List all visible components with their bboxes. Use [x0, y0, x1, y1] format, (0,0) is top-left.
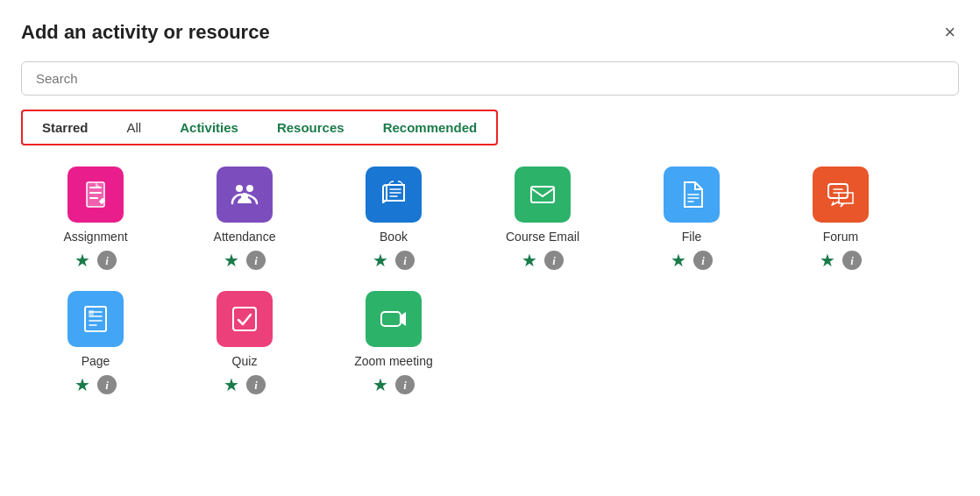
book-label: Book: [380, 230, 408, 244]
zoom-icon[interactable]: [366, 291, 422, 347]
item-course-email: Course Email ★ i: [468, 167, 617, 270]
svg-rect-6: [85, 307, 106, 331]
modal-container: Add an activity or resource × Starred Al…: [0, 0, 980, 496]
attendance-info[interactable]: i: [246, 251, 266, 270]
page-label: Page: [82, 354, 110, 368]
svg-rect-8: [233, 308, 256, 330]
page-actions: ★ i: [75, 375, 117, 394]
zoom-info[interactable]: i: [395, 375, 415, 394]
close-button[interactable]: ×: [941, 23, 959, 42]
attendance-actions: ★ i: [224, 251, 266, 270]
tab-all[interactable]: All: [108, 111, 161, 144]
assignment-label: Assignment: [63, 230, 127, 244]
item-attendance: Attendance ★ i: [170, 167, 319, 270]
forum-icon[interactable]: [813, 167, 869, 223]
file-star[interactable]: ★: [671, 252, 686, 269]
forum-star[interactable]: ★: [820, 252, 835, 269]
svg-point-2: [246, 185, 253, 192]
svg-rect-4: [531, 187, 554, 202]
assignment-star[interactable]: ★: [75, 252, 90, 269]
zoom-actions: ★ i: [373, 375, 415, 394]
page-info[interactable]: i: [97, 375, 117, 394]
book-icon[interactable]: [366, 167, 422, 223]
course-email-actions: ★ i: [522, 251, 564, 270]
item-assignment: Assignment ★ i: [21, 167, 170, 270]
items-grid: Assignment ★ i Attendance ★: [21, 167, 959, 415]
quiz-actions: ★ i: [224, 375, 266, 394]
assignment-icon[interactable]: [67, 167, 124, 223]
svg-point-1: [236, 185, 243, 192]
book-info[interactable]: i: [395, 251, 415, 270]
book-star[interactable]: ★: [373, 252, 388, 269]
quiz-star[interactable]: ★: [224, 376, 239, 393]
file-label: File: [682, 230, 702, 244]
forum-label: Forum: [823, 230, 858, 244]
item-page: Page ★ i: [21, 291, 170, 394]
forum-info[interactable]: i: [842, 251, 862, 270]
page-star[interactable]: ★: [75, 376, 90, 393]
tabs-bar: Starred All Activities Resources Recomme…: [21, 110, 498, 145]
course-email-info[interactable]: i: [544, 251, 564, 270]
tab-starred[interactable]: Starred: [23, 111, 108, 144]
forum-actions: ★ i: [820, 251, 862, 270]
zoom-label: Zoom meeting: [354, 354, 432, 368]
item-file: File ★ i: [617, 167, 766, 270]
course-email-star[interactable]: ★: [522, 252, 537, 269]
quiz-label: Quiz: [232, 354, 258, 368]
modal-header: Add an activity or resource ×: [21, 21, 959, 44]
file-icon[interactable]: [664, 167, 720, 223]
tab-resources[interactable]: Resources: [258, 111, 364, 144]
attendance-star[interactable]: ★: [224, 252, 239, 269]
item-book: Book ★ i: [319, 167, 468, 270]
quiz-info[interactable]: i: [246, 375, 266, 394]
item-forum: Forum ★ i: [766, 167, 915, 270]
zoom-star[interactable]: ★: [373, 376, 388, 393]
book-actions: ★ i: [373, 251, 415, 270]
attendance-label: Attendance: [214, 230, 276, 244]
assignment-info[interactable]: i: [97, 251, 117, 270]
file-info[interactable]: i: [693, 251, 713, 270]
assignment-actions: ★ i: [75, 251, 117, 270]
file-actions: ★ i: [671, 251, 713, 270]
svg-rect-9: [381, 312, 401, 326]
course-email-label: Course Email: [506, 230, 579, 244]
svg-rect-5: [828, 184, 848, 198]
item-zoom: Zoom meeting ★ i: [319, 291, 468, 394]
page-icon[interactable]: [67, 291, 124, 347]
tab-activities[interactable]: Activities: [160, 111, 258, 144]
course-email-icon[interactable]: [515, 167, 571, 223]
quiz-icon[interactable]: [217, 291, 273, 347]
search-input[interactable]: [21, 61, 959, 96]
item-quiz: Quiz ★ i: [170, 291, 319, 394]
modal-title: Add an activity or resource: [21, 21, 270, 44]
attendance-icon[interactable]: [217, 167, 273, 223]
tab-recommended[interactable]: Recommended: [364, 111, 497, 144]
svg-rect-7: [89, 310, 94, 315]
